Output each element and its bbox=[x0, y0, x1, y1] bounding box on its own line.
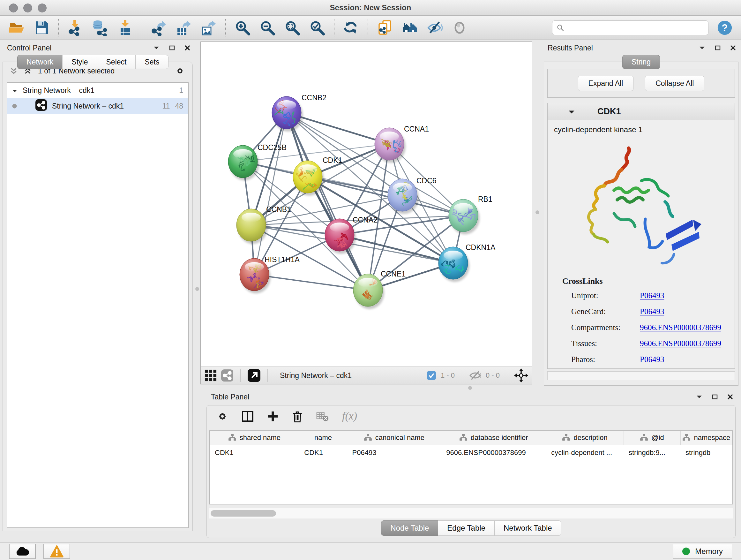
crosslink-link[interactable]: P06493 bbox=[640, 307, 664, 316]
application-window: Session: New Session ? Control Panel Net… bbox=[0, 0, 741, 560]
selected-checkbox-icon[interactable] bbox=[427, 371, 436, 380]
network-canvas[interactable]: CCNB2CCNA1CDC25BCDK1CDC6RB1CCNB1CCNA2CDK… bbox=[201, 42, 532, 367]
node-RB1[interactable] bbox=[449, 199, 480, 234]
crosslink-link[interactable]: P06493 bbox=[640, 355, 664, 364]
collapse-arrow-icon[interactable] bbox=[699, 46, 705, 50]
copy-network-icon[interactable] bbox=[377, 19, 393, 36]
column-header--id[interactable]: @id bbox=[623, 431, 680, 445]
search-input[interactable] bbox=[567, 23, 704, 32]
column-header-canonical-name[interactable]: canonical name bbox=[347, 431, 441, 445]
add-column-icon[interactable] bbox=[266, 410, 280, 423]
close-panel-icon[interactable] bbox=[727, 394, 733, 400]
node-CDKN1A[interactable] bbox=[439, 247, 469, 282]
collapse-arrow-icon[interactable] bbox=[153, 46, 159, 50]
grid-view-icon[interactable] bbox=[205, 369, 217, 381]
function-icon[interactable]: f(x) bbox=[341, 409, 363, 423]
tab-node-table[interactable]: Node Table bbox=[381, 520, 438, 536]
export-image-icon[interactable] bbox=[200, 19, 217, 36]
tab-network-table[interactable]: Network Table bbox=[494, 520, 561, 536]
node-section-header[interactable]: CDK1 bbox=[548, 103, 735, 120]
open-file-icon[interactable] bbox=[8, 19, 25, 36]
tab-string[interactable]: String bbox=[622, 55, 660, 69]
save-session-icon[interactable] bbox=[33, 19, 50, 36]
edge-CCNB2-HIST1H1A[interactable] bbox=[254, 113, 286, 274]
home-icon[interactable] bbox=[401, 19, 418, 36]
svg-text:f(x): f(x) bbox=[342, 410, 357, 422]
column-header-name[interactable]: name bbox=[299, 431, 347, 445]
table-cell[interactable]: 9606.ENSP00000378699 bbox=[441, 445, 546, 461]
network-collection-row[interactable]: String Network – cdk1 1 bbox=[7, 83, 188, 98]
close-panel-icon[interactable] bbox=[730, 45, 736, 51]
column-header-description[interactable]: description bbox=[546, 431, 623, 445]
table-scrollbar-thumb[interactable] bbox=[211, 510, 276, 516]
collection-expand-icon[interactable] bbox=[12, 86, 17, 95]
options-gear-icon[interactable] bbox=[175, 65, 185, 76]
show-all-icon[interactable] bbox=[451, 19, 468, 36]
tab-sets[interactable]: Sets bbox=[135, 55, 169, 69]
table-row[interactable]: CDK1CDK1P064939606.ENSP00000378699cyclin… bbox=[210, 445, 732, 461]
node-CCNE1[interactable] bbox=[353, 274, 384, 309]
birdseye-move-icon[interactable] bbox=[514, 368, 528, 382]
column-header-namespace[interactable]: namespace bbox=[680, 431, 732, 445]
column-header-shared-name[interactable]: shared name bbox=[210, 431, 299, 445]
node-CDK1[interactable] bbox=[292, 161, 324, 196]
refresh-icon[interactable] bbox=[343, 19, 359, 36]
help-icon[interactable]: ? bbox=[717, 20, 733, 36]
node-CCNA2[interactable] bbox=[325, 219, 356, 254]
right-splitter-handle[interactable] bbox=[536, 210, 539, 214]
edge-CCNE1-HIST1H1A[interactable] bbox=[254, 274, 368, 290]
crosslink-link[interactable]: 9606.ENSP00000378699 bbox=[640, 339, 721, 348]
clear-table-icon[interactable] bbox=[315, 410, 329, 423]
tab-edge-table[interactable]: Edge Table bbox=[438, 520, 495, 536]
zoom-fit-icon[interactable] bbox=[284, 19, 300, 36]
zoom-out-icon[interactable] bbox=[259, 19, 276, 36]
column-header-database-identifier[interactable]: database identifier bbox=[441, 431, 546, 445]
float-window-icon[interactable] bbox=[712, 394, 718, 399]
export-table-icon[interactable] bbox=[176, 19, 192, 36]
memory-button[interactable]: Memory bbox=[673, 544, 732, 559]
export-network-icon[interactable] bbox=[151, 19, 167, 36]
table-cell[interactable]: stringdb:9... bbox=[623, 445, 680, 461]
export-view-icon[interactable] bbox=[248, 369, 260, 382]
collapse-all-button[interactable]: Collapse All bbox=[645, 76, 704, 91]
collapse-arrow-icon[interactable] bbox=[696, 395, 702, 399]
expand-all-button[interactable]: Expand All bbox=[578, 76, 634, 91]
close-panel-icon[interactable] bbox=[185, 45, 190, 51]
left-splitter-handle[interactable] bbox=[195, 287, 199, 291]
section-collapse-icon[interactable] bbox=[568, 107, 575, 117]
crosslink-link[interactable]: P06493 bbox=[640, 291, 664, 300]
table-cell[interactable]: CDK1 bbox=[210, 445, 299, 461]
hide-selected-icon[interactable] bbox=[426, 19, 443, 36]
table-cell[interactable]: stringdb bbox=[680, 445, 732, 461]
float-window-icon[interactable] bbox=[715, 45, 721, 51]
tab-style[interactable]: Style bbox=[62, 55, 97, 69]
results-scrollbar[interactable] bbox=[547, 371, 735, 380]
settings-gear-icon[interactable] bbox=[216, 410, 229, 423]
table-scrollbar[interactable] bbox=[209, 508, 733, 518]
float-window-icon[interactable] bbox=[169, 45, 175, 51]
import-network-icon[interactable] bbox=[67, 19, 84, 36]
crosslink-link[interactable]: 9606.ENSP00000378699 bbox=[640, 323, 721, 332]
tab-network[interactable]: Network bbox=[17, 55, 63, 69]
cloud-icon[interactable] bbox=[9, 544, 36, 559]
search-field[interactable] bbox=[552, 20, 709, 35]
edge-CCNA2-CDKN1A[interactable] bbox=[340, 235, 453, 263]
zoom-in-icon[interactable] bbox=[234, 19, 251, 36]
network-row[interactable]: String Network – cdk1 11 48 bbox=[7, 98, 188, 114]
tab-select[interactable]: Select bbox=[97, 55, 136, 69]
delete-column-icon[interactable] bbox=[291, 410, 304, 423]
node-CDC25B[interactable] bbox=[228, 145, 259, 180]
warning-icon[interactable] bbox=[44, 544, 70, 559]
table-cell[interactable]: P06493 bbox=[347, 445, 441, 461]
columns-icon[interactable] bbox=[241, 409, 255, 423]
bottom-splitter-handle[interactable] bbox=[468, 386, 472, 390]
import-table-icon[interactable] bbox=[117, 19, 133, 36]
node-CCNA1[interactable] bbox=[375, 128, 406, 163]
table-cell[interactable]: cyclin-dependent ... bbox=[546, 445, 623, 461]
zoom-selected-icon[interactable] bbox=[309, 19, 326, 36]
share-network-icon[interactable] bbox=[221, 369, 233, 381]
table-cell[interactable]: CDK1 bbox=[299, 445, 347, 461]
collapse-all-icon[interactable] bbox=[10, 67, 17, 75]
import-database-icon[interactable] bbox=[92, 19, 109, 36]
hidden-eye-slash-icon[interactable] bbox=[469, 370, 481, 381]
